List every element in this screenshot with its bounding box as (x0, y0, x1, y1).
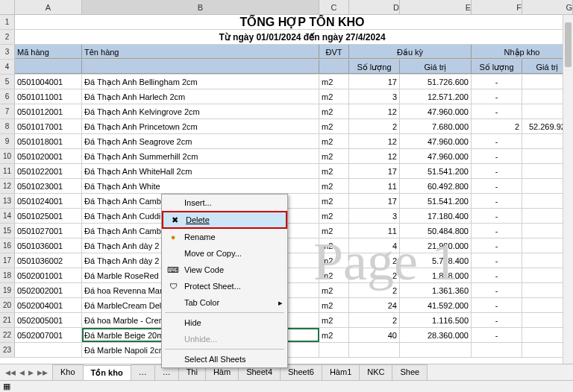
row-header[interactable]: 19 (0, 283, 15, 297)
cell-code[interactable]: 0501004001 (15, 75, 82, 89)
ctx-move[interactable]: Move or Copy... (162, 245, 287, 262)
cell-unit[interactable]: m2 (319, 238, 349, 253)
row-header[interactable]: 22 (0, 328, 15, 342)
cell-value[interactable]: 51.541.200 (400, 194, 472, 208)
cell-qty2[interactable]: - (472, 224, 522, 238)
row-header[interactable]: 4 (0, 60, 15, 74)
cell-unit[interactable]: m2 (319, 194, 349, 208)
cell-unit[interactable]: m2 (319, 149, 349, 163)
cell-value[interactable]: 50.484.800 (400, 224, 472, 238)
row-header[interactable]: 15 (0, 224, 15, 238)
cell-unit[interactable]: m2 (319, 209, 349, 223)
cell-qty[interactable]: 12 (349, 104, 400, 118)
cell-code[interactable]: 0502007001 (15, 328, 82, 342)
cell-unit[interactable]: m2 (319, 164, 349, 178)
row-header[interactable]: 14 (0, 209, 15, 223)
cell-qty2[interactable]: - (472, 283, 522, 297)
cell-value[interactable]: 1.848.000 (400, 268, 472, 282)
cell-qty2[interactable]: 2 (472, 119, 522, 133)
cell-qty[interactable]: 2 (349, 268, 400, 282)
col-A[interactable]: A (15, 0, 82, 14)
ctx-tab-color[interactable]: Tab Color▸ (162, 294, 287, 311)
cell-qty[interactable]: 4 (349, 238, 400, 253)
cell-name[interactable]: Đá Thạch Anh Bellingham 2cm (82, 75, 319, 89)
cell-code[interactable]: 0501025001 (15, 209, 82, 223)
cell-name[interactable]: Đá Thạch Anh WhiteHall 2cm (82, 164, 319, 178)
cell-unit[interactable]: m2 (319, 104, 349, 118)
cell-value[interactable]: 12.571.200 (400, 89, 472, 104)
cell-code[interactable]: 0501027001 (15, 224, 82, 238)
cell-qty[interactable]: 12 (349, 134, 400, 148)
cell-qty[interactable]: 40 (349, 328, 400, 342)
col-G[interactable]: G (522, 0, 573, 14)
row-header[interactable]: 16 (0, 238, 15, 253)
cell-qty[interactable]: 3 (349, 89, 400, 104)
row-header[interactable]: 6 (0, 89, 15, 104)
cell-code[interactable]: 0501022001 (15, 164, 82, 178)
row-header[interactable]: 18 (0, 268, 15, 282)
cell-qty2[interactable]: - (472, 268, 522, 282)
cell-code[interactable]: 0501036002 (15, 253, 82, 268)
cell-value[interactable] (400, 343, 472, 357)
cell-value[interactable]: 41.592.000 (400, 298, 472, 312)
col-F[interactable]: F (472, 0, 522, 14)
cell-unit[interactable]: m2 (319, 224, 349, 238)
row-header[interactable]: 12 (0, 179, 15, 193)
cell-qty[interactable]: 11 (349, 224, 400, 238)
cell-value[interactable]: 17.180.400 (400, 209, 472, 223)
cell-qty[interactable] (349, 343, 400, 357)
cell-unit[interactable]: m2 (319, 75, 349, 89)
col-E[interactable]: E (400, 0, 472, 14)
cell-value[interactable]: 5.798.400 (400, 253, 472, 268)
cell-code[interactable]: 0502001001 (15, 268, 82, 282)
cell-unit[interactable]: m2 (319, 179, 349, 193)
cell-qty[interactable]: 2 (349, 253, 400, 268)
cell-code[interactable]: 0502002001 (15, 283, 82, 297)
vertical-scrollbar[interactable] (563, 15, 573, 364)
cell-qty2[interactable]: - (472, 149, 522, 163)
cell-unit[interactable]: m2 (319, 253, 349, 268)
cell-code[interactable]: 0501036001 (15, 238, 82, 253)
row-header[interactable]: 10 (0, 149, 15, 163)
cell-value[interactable]: 60.492.800 (400, 179, 472, 193)
cell-code[interactable]: 0502004001 (15, 298, 82, 312)
cell-unit[interactable]: m2 (319, 268, 349, 282)
cell-code[interactable] (15, 343, 82, 357)
cell-unit[interactable]: m2 (319, 328, 349, 342)
cell-code[interactable]: 0501018001 (15, 134, 82, 148)
ctx-unhide[interactable]: Unhide... (162, 331, 287, 347)
col-D[interactable]: D (349, 0, 400, 14)
row-header[interactable]: 3 (0, 45, 15, 59)
cell-code[interactable]: 0501024001 (15, 194, 82, 208)
row-header[interactable]: 17 (0, 253, 15, 268)
cell-value[interactable]: 1.116.500 (400, 313, 472, 327)
col-C[interactable]: C (319, 0, 349, 14)
cell-qty2[interactable]: - (472, 89, 522, 104)
ctx-rename[interactable]: ●Rename (162, 229, 287, 245)
cell-qty2[interactable]: - (472, 104, 522, 118)
cell-name[interactable]: Đá Thạch Anh Harlech 2cm (82, 89, 319, 104)
sheet-tab[interactable]: … (131, 364, 155, 380)
cell-qty[interactable]: 2 (349, 283, 400, 297)
cell-qty2[interactable]: - (472, 194, 522, 208)
cell-unit[interactable]: m2 (319, 283, 349, 297)
row-header[interactable]: 7 (0, 104, 15, 118)
cell-qty2[interactable]: - (472, 238, 522, 253)
cell-qty[interactable]: 24 (349, 298, 400, 312)
row-header[interactable]: 23 (0, 343, 15, 357)
cell-qty[interactable]: 2 (349, 119, 400, 133)
select-all-corner[interactable] (0, 0, 15, 14)
sheet-tab[interactable]: Shee (392, 364, 428, 380)
col-B[interactable]: B (82, 0, 319, 14)
cell-name[interactable]: Đá Thạch Anh Summerhill 2cm (82, 149, 319, 163)
cell-value[interactable]: 47.960.000 (400, 149, 472, 163)
cell-value[interactable]: 47.960.000 (400, 104, 472, 118)
sheet-tab[interactable]: Hàm1 (322, 364, 360, 380)
cell-qty[interactable]: 17 (349, 164, 400, 178)
cell-qty2[interactable]: - (472, 313, 522, 327)
cell-name[interactable]: Đá Thạch Anh Kelvingrove 2cm (82, 104, 319, 118)
sheet-tab[interactable]: Tồn kho (83, 365, 131, 381)
cell-value[interactable]: 21.900.000 (400, 238, 472, 253)
cell-name[interactable]: Đá Thạch Anh Princetown 2cm (82, 119, 319, 133)
cell-value[interactable]: 51.541.200 (400, 164, 472, 178)
